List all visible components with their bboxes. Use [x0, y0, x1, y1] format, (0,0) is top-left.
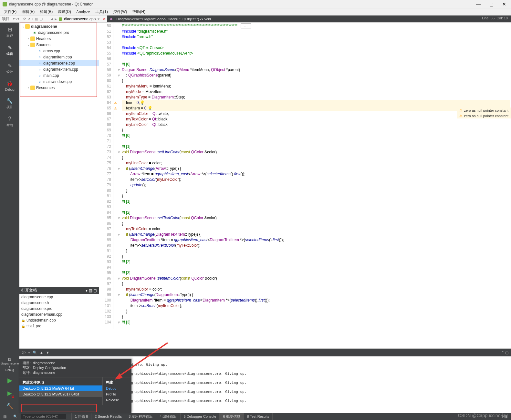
sync-icon[interactable]: ⟳	[23, 17, 26, 21]
mode-项目[interactable]: 🔧项目	[6, 97, 13, 109]
info-icon[interactable]: ⓘ	[22, 350, 26, 355]
filter-icon[interactable]: ▿▾	[16, 17, 19, 21]
down-icon[interactable]: ▼	[46, 351, 49, 354]
menu-help[interactable]: 帮助(H)	[130, 8, 148, 15]
kit-popup: 项目: diagramscene 部署: Deploy Configuratio…	[19, 359, 131, 413]
tree-root[interactable]: diagramscene	[31, 24, 57, 29]
open-doc[interactable]: 🔒title1.pro	[19, 323, 99, 329]
tree-file[interactable]: ▫diagramitem.cpp	[19, 54, 99, 60]
open-doc[interactable]: diagramscene.h	[19, 300, 99, 306]
status-tab[interactable]: 5 Debugger Console	[181, 413, 220, 420]
filter-icon[interactable]: ▿	[28, 351, 30, 355]
kit-msvc[interactable]: Desktop Qt 5.12.2 MSVC2017 64bit	[19, 391, 102, 397]
maximize-button[interactable]: ▢	[487, 2, 495, 7]
open-doc[interactable]: diagramscene.cpp	[19, 294, 99, 300]
watermark: CSDN @Cappuccino-jay	[458, 413, 508, 418]
menu-widgets[interactable]: 控件(W)	[110, 8, 130, 15]
tree-file[interactable]: ▫main.cpp	[19, 72, 99, 78]
status-tab[interactable]: 2 Search Results	[91, 413, 125, 420]
mode-编辑[interactable]: ✎编辑	[6, 44, 13, 56]
menu-tools[interactable]: 工具(T)	[93, 8, 110, 15]
mode-Debug[interactable]: 🐞Debug	[5, 80, 14, 91]
tree-resources[interactable]: Resources	[36, 86, 55, 90]
build-debug[interactable]: Debug	[103, 385, 131, 391]
close-button[interactable]: ✕	[500, 2, 508, 7]
build-release[interactable]: Release	[103, 397, 131, 403]
build-header: 构建	[103, 379, 131, 385]
plus-icon[interactable]: +	[32, 17, 34, 21]
breadcrumb[interactable]: ◆ DiagramScene::DiagramScene(QMenu *, QO…	[107, 15, 511, 22]
file-icon	[59, 17, 62, 21]
mode-帮助[interactable]: ?帮助	[6, 115, 13, 128]
code-editor[interactable]: 5051525354555657585960616263646566676869…	[99, 23, 511, 329]
open-doc[interactable]: diagramscene/main.cpp	[19, 312, 99, 317]
kit-header: 构建套件(Kit)	[19, 379, 102, 385]
window-title: diagramscene.cpp @ diagramscene - Qt Cre…	[9, 2, 474, 6]
minimize-button[interactable]: —	[474, 2, 483, 7]
menu-bar: 文件(F) 编辑(E) 构建(B) 调试(D) Analyze 工具(T) 控件…	[0, 8, 511, 15]
status-tab[interactable]: 1 问题 8	[72, 413, 91, 420]
menu-analyze[interactable]: Analyze	[74, 9, 93, 15]
top-toolbar: 项目 ▾ ▿▾ ⟳ ⧩ + ▥ ▢ ◄► diagramscene.cpp ▾ …	[0, 15, 511, 23]
side-panel: ⌄diagramscene ▣diagramscene.pro ›Headers…	[19, 23, 99, 329]
app-icon	[3, 2, 7, 6]
open-doc[interactable]: diagramscene.pro	[19, 306, 99, 312]
split-icon[interactable]: ▥	[35, 17, 38, 21]
toolbar-nav: ▾ ▿▾	[12, 17, 21, 21]
stop-icon[interactable]: ✕	[101, 17, 107, 21]
menu-build[interactable]: 构建(B)	[37, 8, 55, 15]
kit-mingw[interactable]: Desktop Qt 5.12.2 MinGW 64-bit	[19, 385, 102, 391]
close-output-icon[interactable]: ⌃ ▢	[501, 351, 508, 355]
mode-欢迎[interactable]: ⊞欢迎	[6, 26, 13, 38]
close-sidebar-icon[interactable]: ▥	[0, 413, 10, 420]
kit-selector[interactable]: 🖥 diagramscene ▸ Debug	[1, 357, 19, 372]
project-label: 项目	[0, 16, 12, 22]
tree-pro[interactable]: diagramscene.pro	[38, 30, 69, 35]
open-docs-header: 打开文档 ▾ ▥ ▢	[19, 287, 99, 294]
open-docs-list: diagramscene.cppdiagramscene.hdiagramsce…	[19, 294, 99, 329]
build-button[interactable]: 🔨	[5, 402, 14, 410]
menu-file[interactable]: 文件(F)	[1, 8, 19, 15]
open-doc[interactable]: 🔒untitled/main.cpp	[19, 317, 99, 323]
project-tree[interactable]: ⌄diagramscene ▣diagramscene.pro ›Headers…	[19, 23, 99, 287]
inline-warnings: zero as null pointer constant zero as nu…	[457, 108, 511, 118]
run-button[interactable]: ▶	[5, 376, 14, 384]
tree-file[interactable]: ▫diagramtextitem.cpp	[19, 66, 99, 72]
locate-field[interactable]: 🔍Type to locate (Ctrl+K)	[10, 413, 72, 420]
tree-file[interactable]: ▫mainwindow.cpp	[19, 78, 99, 85]
filter2-icon[interactable]: ⧩	[27, 17, 30, 21]
active-file-badge[interactable]: diagramscene.cpp ▾	[59, 15, 99, 22]
dropdown-icon[interactable]: ▾	[13, 17, 15, 21]
close-panel-icon[interactable]: ▢	[39, 17, 43, 21]
line-col-indicator: Line: 65, Col: 18	[482, 16, 508, 20]
zoom-icon[interactable]: 🔍	[33, 351, 37, 355]
up-icon[interactable]: ▲	[40, 351, 43, 354]
fwd-icon[interactable]: ►	[54, 17, 57, 21]
build-profile[interactable]: Profile	[103, 391, 131, 397]
status-tab[interactable]: 3 应用程序输出	[125, 413, 156, 420]
run-bar: 🖥 diagramscene ▸ Debug ▶ ▶🐞 🔨	[0, 329, 19, 413]
menu-edit[interactable]: 编辑(E)	[19, 8, 37, 15]
status-tab[interactable]: 4 编译输出	[156, 413, 180, 420]
debug-run-button[interactable]: ▶🐞	[5, 389, 14, 397]
status-tab[interactable]: 6 概要信息	[220, 413, 244, 420]
mode-bar: ⊞欢迎✎编辑✎设计🐞Debug🔧项目?帮助	[0, 23, 19, 329]
active-file-name: diagramscene.cpp	[64, 17, 96, 21]
mode-设计[interactable]: ✎设计	[6, 62, 13, 74]
tree-file[interactable]: ▫arrow.cpp	[19, 48, 99, 54]
tree-headers[interactable]: Headers	[36, 36, 51, 41]
status-tab[interactable]: 8 Test Results	[244, 413, 273, 420]
back-icon[interactable]: ◄	[50, 17, 53, 21]
tree-file[interactable]: ▫diagramscene.cpp	[19, 60, 99, 66]
status-bar: ▥ 🔍Type to locate (Ctrl+K) 1 问题 82 Searc…	[0, 413, 511, 420]
tree-sources[interactable]: Sources	[36, 43, 50, 47]
title-bar: diagramscene.cpp @ diagramscene - Qt Cre…	[0, 0, 511, 8]
menu-debug[interactable]: 调试(D)	[55, 8, 74, 15]
